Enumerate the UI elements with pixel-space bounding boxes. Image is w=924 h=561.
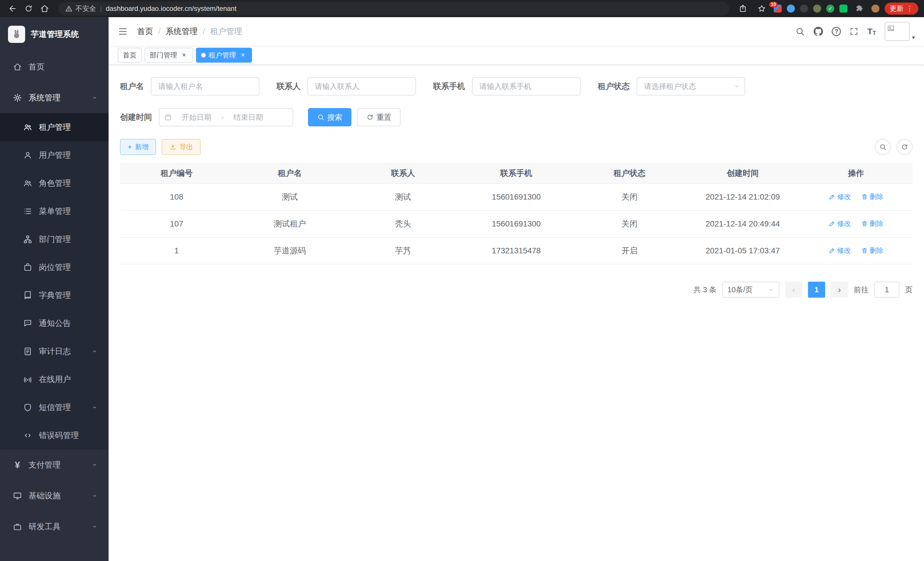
profile-avatar[interactable] — [872, 5, 879, 13]
extension-icon[interactable] — [787, 5, 795, 13]
sidebar-toggle-icon[interactable] — [118, 26, 128, 37]
goto-page-input[interactable] — [874, 282, 899, 298]
toggle-search-button[interactable] — [875, 139, 891, 155]
page-number-button[interactable]: 1 — [808, 282, 825, 298]
tab-home[interactable]: 首页 — [118, 48, 142, 63]
sidebar-item-menu[interactable]: 菜单管理 — [0, 197, 109, 225]
add-button[interactable]: + 新增 — [120, 139, 156, 155]
status-label: 租户状态 — [598, 81, 630, 92]
main-area: 首页 / 系统管理 / 租户管理 ? TT ▾ — [109, 17, 924, 561]
sidebar-item-label: 审计日志 — [39, 346, 71, 357]
extension-icon[interactable] — [826, 5, 834, 13]
edit-button[interactable]: 修改 — [829, 219, 851, 228]
sidebar-item-system[interactable]: 系统管理 — [0, 82, 109, 113]
cell-status: 关闭 — [573, 183, 686, 211]
column-header: 联系手机 — [460, 163, 573, 183]
sidebar-item-dept[interactable]: 部门管理 — [0, 225, 109, 253]
close-icon[interactable]: × — [239, 51, 247, 59]
next-page-button[interactable]: › — [831, 282, 848, 298]
reset-button[interactable]: 重置 — [357, 108, 400, 126]
logo-image — [8, 26, 25, 43]
mobile-input[interactable] — [472, 77, 580, 96]
sidebar-item-dict[interactable]: 字典管理 — [0, 281, 109, 309]
breadcrumb-separator: / — [158, 27, 160, 36]
breadcrumb-item[interactable]: 系统管理 — [166, 26, 198, 37]
browser-chrome: 不安全 | dashboard.yudao.iocoder.cn/system/… — [0, 0, 924, 17]
cell-tenant-name: 芋道源码 — [233, 237, 346, 264]
sidebar-item-home[interactable]: 首页 — [0, 51, 109, 82]
breadcrumb-item[interactable]: 首页 — [137, 26, 153, 37]
tab-dept[interactable]: 部门管理 × — [145, 48, 193, 63]
sidebar-item-sms[interactable]: 短信管理 — [0, 393, 109, 421]
cell-contact: 芋艿 — [346, 237, 460, 264]
date-end-input[interactable] — [226, 113, 271, 122]
sidebar-item-user[interactable]: 用户管理 — [0, 141, 109, 169]
search-button[interactable]: 搜索 — [308, 108, 351, 126]
calendar-icon — [164, 113, 172, 121]
address-bar[interactable]: 不安全 | dashboard.yudao.iocoder.cn/system/… — [58, 2, 729, 15]
bookmark-star-icon[interactable] — [755, 2, 769, 15]
sidebar-item-tenant[interactable]: 租户管理 — [0, 113, 109, 141]
edit-icon — [829, 247, 836, 254]
extension-icon[interactable] — [839, 5, 848, 13]
extension-icon[interactable] — [800, 5, 808, 13]
chevron-down-icon — [733, 83, 741, 90]
extension-icon[interactable]: 10 — [774, 5, 782, 13]
breadcrumb: 首页 / 系统管理 / 租户管理 — [137, 26, 242, 37]
export-button[interactable]: 导出 — [162, 139, 201, 155]
delete-button[interactable]: 删除 — [861, 219, 884, 228]
edit-button[interactable]: 修改 — [829, 246, 851, 255]
sidebar-item-pay[interactable]: ¥ 支付管理 — [0, 450, 109, 480]
share-icon[interactable] — [736, 2, 750, 15]
tenant-icon — [23, 123, 33, 132]
extension-icon[interactable] — [813, 5, 821, 13]
tenant-status-select-input[interactable] — [637, 77, 745, 96]
table-row: 1 芋道源码 芋艿 17321315478 开启 2021-01-05 17:0… — [120, 237, 913, 264]
gear-icon — [13, 93, 22, 102]
tenant-name-input[interactable] — [151, 77, 260, 96]
github-icon[interactable] — [813, 27, 823, 36]
tab-tenant[interactable]: 租户管理 × — [196, 48, 252, 63]
tenant-status-select[interactable] — [637, 77, 745, 96]
sidebar-item-post[interactable]: 岗位管理 — [0, 253, 109, 281]
sidebar-item-notice[interactable]: 通知公告 — [0, 309, 109, 337]
sidebar-item-audit-log[interactable]: 审计日志 — [0, 337, 109, 365]
prev-page-button[interactable]: ‹ — [785, 282, 802, 298]
reset-button-label: 重置 — [376, 112, 392, 122]
browser-update-button[interactable]: 更新 ⋮ — [885, 3, 918, 15]
browser-home-button[interactable] — [38, 2, 51, 15]
delete-button[interactable]: 删除 — [861, 192, 884, 201]
page-size-select[interactable]: 10条/页 — [722, 282, 779, 298]
sidebar-item-label: 角色管理 — [39, 178, 71, 189]
refresh-table-button[interactable] — [897, 139, 913, 155]
delete-button[interactable]: 删除 — [861, 246, 884, 255]
sidebar-item-error-code[interactable]: 错误码管理 — [0, 421, 109, 450]
sidebar-item-infra[interactable]: 基础设施 — [0, 480, 109, 511]
contact-input[interactable] — [308, 77, 416, 96]
sidebar-item-label: 用户管理 — [39, 150, 71, 161]
page-content: 租户名 联系人 联系手机 租户状态 — [109, 65, 924, 561]
column-header: 创建时间 — [686, 163, 799, 183]
browser-reload-button[interactable] — [22, 2, 35, 15]
edit-button[interactable]: 修改 — [829, 192, 851, 201]
app-logo[interactable]: 芋道管理系统 — [0, 17, 109, 51]
font-size-icon[interactable]: TT — [867, 27, 876, 36]
sidebar-item-role[interactable]: 角色管理 — [0, 169, 109, 197]
fullscreen-icon[interactable] — [849, 27, 859, 36]
browser-back-button[interactable] — [6, 2, 20, 15]
security-indicator[interactable]: 不安全 — [65, 4, 96, 13]
pay-icon: ¥ — [13, 460, 22, 470]
header-search-icon[interactable] — [795, 27, 805, 36]
sidebar-item-online-user[interactable]: 在线用户 — [0, 365, 109, 393]
dict-icon — [23, 291, 33, 300]
date-range-picker[interactable]: - — [159, 108, 293, 126]
chevron-up-icon — [91, 94, 98, 102]
audit-log-icon — [23, 347, 33, 356]
close-icon[interactable]: × — [180, 51, 188, 59]
extensions-puzzle-icon[interactable] — [853, 2, 866, 15]
delete-label: 删除 — [870, 192, 884, 201]
date-start-input[interactable] — [174, 113, 219, 122]
sidebar-item-devtool[interactable]: 研发工具 — [0, 511, 109, 542]
user-avatar[interactable]: ▾ — [885, 22, 915, 41]
help-icon[interactable]: ? — [832, 27, 841, 36]
